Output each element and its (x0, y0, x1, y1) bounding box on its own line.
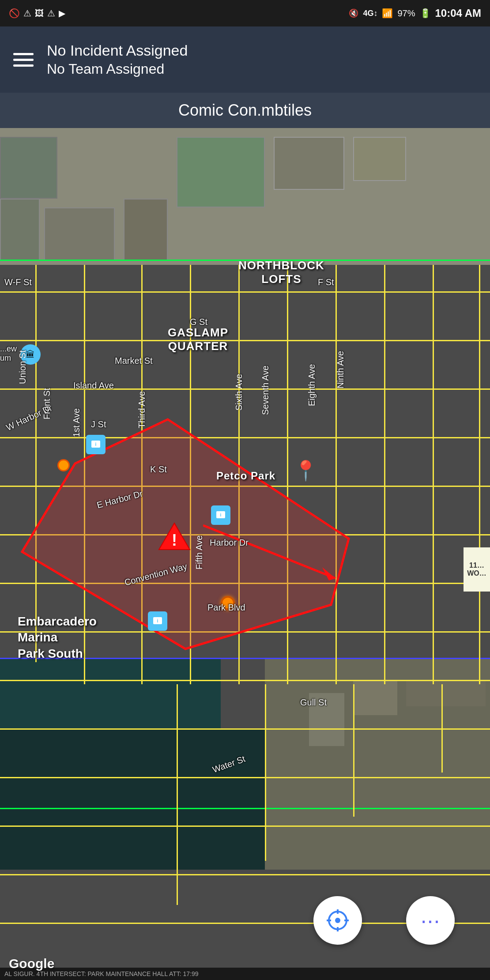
map-icon-blue-2[interactable]: i (211, 505, 230, 525)
grid-v-3 (141, 265, 143, 684)
map-title: Comic Con.mbtiles (178, 101, 312, 120)
svg-text:i: i (220, 513, 222, 517)
hamburger-menu[interactable] (13, 53, 34, 67)
grid-v-14 (441, 684, 443, 773)
image-icon: 🖼 (35, 8, 44, 19)
warning-icon-2: ⚠ (47, 8, 55, 19)
status-bar: 🚫 ⚠ 🖼 ⚠ ▶ 🔇 4G↕ 📶 97% 🔋 10:04 AM (0, 0, 490, 26)
building-block-4 (0, 137, 57, 199)
grid-h-4 (0, 437, 490, 438)
grid-h-10 (0, 728, 490, 730)
map-container[interactable]: ! i i i 📍 🏛 W-F St F St G St Market St I… (0, 128, 490, 980)
grid-h-6 (0, 534, 490, 535)
grid-v-8 (384, 265, 385, 684)
grid-v-7 (335, 265, 337, 684)
battery-icon: 🔋 (420, 8, 431, 19)
grid-v-10 (479, 265, 480, 684)
museum-icon[interactable]: 🏛 (20, 344, 41, 365)
hamburger-line-3 (13, 64, 34, 67)
status-icons-left: 🚫 ⚠ 🖼 ⚠ ▶ (9, 8, 65, 19)
grid-h-11 (0, 777, 490, 778)
grid-h-2 (0, 340, 490, 341)
svg-text:i: i (157, 618, 158, 623)
orange-marker-left[interactable] (57, 459, 70, 471)
map-status-strip: AL SIGUR. 4TH INTERSECT: PARK MAINTENANC… (0, 968, 490, 980)
status-icons-right: 🔇 4G↕ 📶 97% 🔋 10:04 AM (349, 7, 481, 19)
warning-icon-1: ⚠ (23, 8, 31, 19)
br-bldg-2 (353, 680, 397, 715)
grid-h-7 (0, 583, 490, 584)
network-icon: 4G↕ (363, 9, 377, 18)
mute-icon: 🔇 (349, 8, 358, 18)
svg-point-12 (335, 918, 340, 923)
building-block-7 (124, 199, 168, 260)
fab-location-button[interactable] (313, 896, 362, 945)
incident-title: No Incident Assigned (47, 42, 188, 59)
grid-v-4 (190, 265, 191, 684)
more-icon: ··· (421, 909, 441, 931)
grid-h-9 (0, 680, 490, 681)
battery-text: 97% (397, 8, 415, 19)
building-block-6 (44, 207, 115, 260)
building-block-2 (274, 137, 344, 190)
map-title-bar: Comic Con.mbtiles (0, 93, 490, 128)
building-block-3 (353, 137, 406, 181)
map-icon-blue-1[interactable]: i (86, 435, 106, 454)
grid-v-9 (433, 265, 434, 684)
grid-h-12 (0, 825, 490, 827)
building-block-5 (0, 199, 40, 260)
right-label-block: 11…WO… (464, 547, 490, 592)
building-block-1 (177, 137, 265, 207)
br-bldg-3 (406, 680, 486, 706)
grid-v-1 (35, 265, 37, 662)
grid-v-6 (287, 265, 288, 684)
team-title: No Team Assigned (47, 61, 188, 77)
signal-icon: 📶 (382, 8, 393, 19)
map-info-text: AL SIGUR. 4TH INTERSECT: PARK MAINTENANC… (4, 970, 199, 977)
no-entry-icon: 🚫 (9, 8, 20, 19)
grid-v-13 (353, 684, 354, 817)
grid-v-2 (84, 265, 85, 684)
green-line-bottom (0, 808, 490, 809)
br-bldg-1 (309, 693, 344, 746)
green-pin-petco[interactable]: 📍 (294, 459, 318, 482)
grid-h-3 (0, 388, 490, 390)
grid-h-5 (0, 486, 490, 487)
grid-v-11 (177, 684, 178, 905)
grid-v-12 (265, 684, 266, 861)
header: No Incident Assigned No Team Assigned (0, 26, 490, 93)
play-icon: ▶ (59, 8, 65, 19)
grid-h-8 (0, 631, 490, 633)
map-icon-blue-3[interactable]: i (148, 611, 167, 631)
header-text: No Incident Assigned No Team Assigned (47, 42, 188, 77)
fab-more-button[interactable]: ··· (406, 896, 455, 945)
orange-marker-bottom[interactable] (221, 596, 235, 610)
green-line-top (0, 260, 490, 261)
hamburger-line-2 (13, 59, 34, 61)
blue-line (0, 658, 490, 659)
svg-text:i: i (95, 442, 97, 447)
grid-v-5 (238, 265, 240, 684)
status-time: 10:04 AM (435, 7, 481, 19)
grid-h-13 (0, 874, 490, 875)
hamburger-line-1 (13, 53, 34, 55)
grid-h-1 (0, 291, 490, 293)
